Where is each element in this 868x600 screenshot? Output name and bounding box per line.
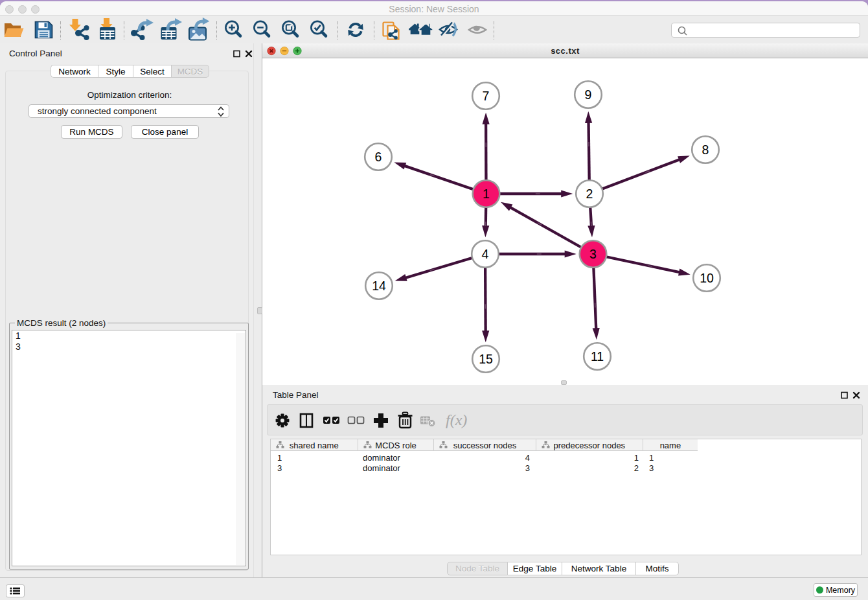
- svg-text:2: 2: [586, 187, 593, 201]
- svg-text:11: 11: [591, 349, 604, 363]
- svg-text:6: 6: [375, 150, 382, 164]
- svg-text:3: 3: [589, 247, 597, 261]
- svg-text:10: 10: [700, 271, 714, 285]
- svg-text:9: 9: [585, 87, 592, 102]
- svg-text:15: 15: [479, 352, 493, 366]
- svg-text:4: 4: [482, 247, 489, 261]
- svg-text:7: 7: [483, 89, 490, 103]
- svg-text:8: 8: [702, 143, 709, 157]
- svg-text:14: 14: [372, 279, 386, 293]
- svg-text:1: 1: [483, 187, 490, 201]
